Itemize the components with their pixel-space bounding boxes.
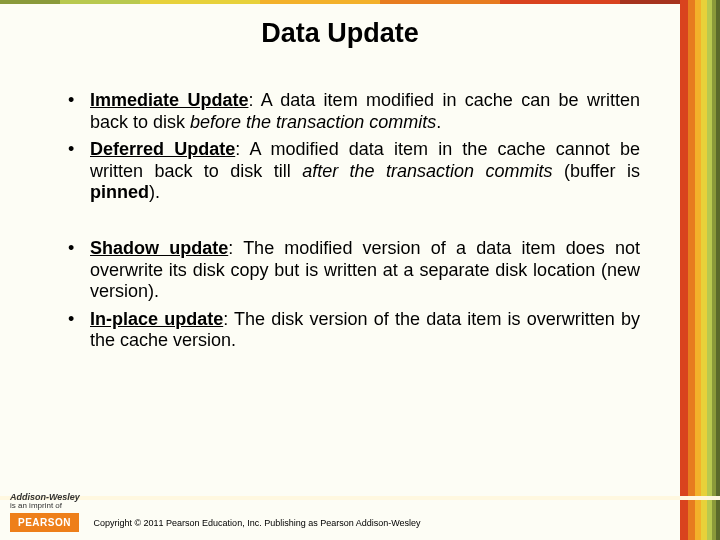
imprint-line: is an imprint of [10, 501, 62, 510]
bullet-immediate-update: Immediate Update: A data item modified i… [60, 90, 640, 133]
imprint-block: Addison-Wesley is an imprint of [10, 493, 690, 510]
bullet-label: Shadow update [90, 238, 228, 258]
bullet-inplace-update: In-place update: The disk version of the… [60, 309, 640, 352]
bullet-shadow-update: Shadow update: The modified version of a… [60, 238, 640, 303]
top-accent-bar [0, 0, 720, 4]
bullet-label: In-place update [90, 309, 223, 329]
bullet-deferred-update: Deferred Update: A modified data item in… [60, 139, 640, 204]
bullet-label: Immediate Update [90, 90, 248, 110]
footer: Addison-Wesley is an imprint of PEARSON … [10, 493, 690, 532]
slide-title: Data Update [0, 18, 680, 49]
slide-body: Immediate Update: A data item modified i… [60, 90, 640, 358]
pearson-logo: PEARSON [10, 513, 79, 532]
copyright-text: Copyright © 2011 Pearson Education, Inc.… [93, 518, 420, 528]
spacer [60, 210, 640, 238]
right-accent-stripe [680, 0, 720, 540]
bullet-label: Deferred Update [90, 139, 235, 159]
